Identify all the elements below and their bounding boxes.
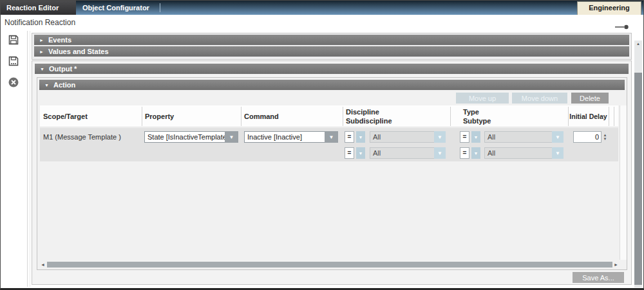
reaction-editor-window: Reaction Editor Object Configurator Engi… [0, 0, 644, 290]
move-up-button[interactable]: Move up [456, 93, 509, 104]
column-header-type: Type Subtype [463, 107, 491, 125]
chevron-down-icon[interactable]: ▼ [552, 131, 564, 143]
save-as-button[interactable] [8, 55, 19, 67]
column-divider [450, 107, 451, 126]
column-header-command: Command [244, 105, 279, 127]
chevron-down-icon[interactable]: ▼ [434, 131, 446, 143]
command-dropdown[interactable]: Inactive [Inactive] ▼ [244, 131, 338, 143]
panel-header-action[interactable]: ▼ Action [39, 80, 625, 90]
tab-engineering[interactable]: Engineering [577, 1, 641, 15]
type-dropdown[interactable]: All ▼ [484, 131, 564, 143]
save-icon [8, 38, 19, 48]
scroll-right-icon[interactable]: ► [614, 261, 619, 268]
chevron-down-icon[interactable]: ▼ [325, 131, 338, 143]
panel-values-states-label: Values and States [48, 48, 109, 55]
horizontal-scrollbar[interactable]: ◄ ► [41, 261, 619, 268]
property-dropdown-value: State [IsInactiveTemplate] [144, 131, 225, 143]
discipline-value: All [370, 131, 434, 143]
panel-header-values-states[interactable]: ► Values and States [34, 46, 629, 57]
type-value: All [484, 131, 552, 143]
scroll-left-icon[interactable]: ◄ [41, 261, 46, 268]
collapsed-arrow-icon: ► [39, 50, 48, 54]
expanded-arrow-icon: ▼ [40, 67, 49, 71]
column-divider [343, 107, 343, 126]
spinner-buttons: ▲ ▼ [601, 131, 609, 143]
chevron-down-icon[interactable]: ▼ [434, 147, 446, 159]
subtype-operator-value: = [460, 147, 469, 159]
top-tab-bar: Reaction Editor Object Configurator Engi… [1, 1, 643, 15]
chevron-down-icon[interactable]: ▼ [356, 131, 365, 143]
column-header-property: Property [145, 105, 174, 127]
panel-action-label: Action [53, 81, 75, 89]
column-divider [614, 107, 614, 126]
discipline-operator-value: = [345, 131, 354, 143]
action-section: ▼ Action Move up Move down Delete Scope/… [37, 77, 627, 270]
title-bar: Notification Reaction [1, 15, 643, 30]
save-as-dialog-button[interactable]: Save As... [573, 272, 624, 283]
horizontal-scrollbar-thumb[interactable] [47, 262, 612, 267]
discipline-dropdown[interactable]: All ▼ [370, 131, 446, 143]
column-divider [609, 107, 609, 126]
main-vertical-scrollbar[interactable]: ▲ [634, 41, 642, 287]
chevron-down-icon[interactable]: ▼ [225, 131, 238, 143]
tab-reaction-editor-label: Reaction Editor [6, 4, 59, 12]
column-divider [142, 107, 142, 126]
panel-header-events[interactable]: ► Events [34, 35, 629, 45]
expanded-arrow-icon: ▼ [44, 83, 53, 87]
subdiscipline-dropdown[interactable]: All ▼ [370, 147, 446, 159]
pane-splitter[interactable] [27, 31, 28, 287]
collapsed-arrow-icon: ► [39, 38, 48, 42]
table-row: M1 (Message Template ) State [IsInactive… [40, 128, 618, 161]
scope-target-cell: M1 (Message Template ) [43, 133, 121, 141]
page-title: Notification Reaction [5, 18, 75, 27]
panel-header-output[interactable]: ▼ Output * [35, 64, 629, 74]
scroll-up-icon[interactable]: ▲ [634, 41, 642, 47]
initial-delay-input[interactable] [573, 131, 601, 143]
subtype-header-label: Subtype [463, 117, 491, 125]
panel-output-label: Output * [49, 65, 77, 73]
pin-icon[interactable] [615, 21, 629, 26]
subdiscipline-header-label: Subdiscipline [346, 117, 392, 125]
tab-object-configurator-label: Object Configurator [82, 4, 149, 12]
chevron-down-icon[interactable]: ▼ [356, 147, 365, 159]
delete-button[interactable]: Delete [571, 93, 609, 104]
chevron-down-icon[interactable]: ▼ [552, 147, 564, 159]
column-divider [568, 107, 569, 126]
command-dropdown-value: Inactive [Inactive] [244, 131, 325, 143]
subtype-dropdown[interactable]: All ▼ [484, 147, 564, 159]
chevron-down-icon[interactable]: ▼ [471, 147, 480, 159]
pane-splitter-highlight [30, 31, 30, 287]
column-header-discipline: Discipline Subdiscipline [346, 107, 392, 125]
spinner-down-icon[interactable]: ▼ [603, 137, 607, 141]
discipline-header-label: Discipline [346, 108, 379, 116]
tab-divider [160, 3, 160, 12]
tab-object-configurator[interactable]: Object Configurator [77, 1, 149, 15]
subdiscipline-value: All [370, 147, 434, 159]
type-operator-value: = [460, 131, 469, 143]
subtype-operator-dropdown[interactable]: = ▼ [460, 147, 480, 159]
table-header-row: Scope/Target Property Command Discipline… [40, 105, 618, 127]
subdiscipline-operator-dropdown[interactable]: = ▼ [345, 147, 365, 159]
column-header-scope-target: Scope/Target [43, 105, 88, 127]
save-button[interactable] [8, 34, 19, 46]
table-vertical-scrollbar[interactable] [620, 105, 627, 260]
discipline-operator-dropdown[interactable]: = ▼ [345, 131, 365, 143]
output-panel-group: ▼ Output * ▼ Action Move up Move down De… [32, 60, 632, 285]
close-circle-icon [8, 80, 19, 90]
vertical-scrollbar-thumb[interactable] [634, 73, 642, 285]
discard-button[interactable] [8, 77, 19, 88]
upper-panel-group: ► Events ► Values and States [32, 33, 632, 60]
property-dropdown[interactable]: State [IsInactiveTemplate] ▼ [144, 131, 238, 143]
column-divider [241, 107, 242, 126]
save-as-icon [8, 59, 19, 69]
subdiscipline-operator-value: = [345, 147, 354, 159]
action-table: Scope/Target Property Command Discipline… [40, 105, 618, 260]
type-header-label: Type [463, 108, 479, 116]
chevron-down-icon[interactable]: ▼ [471, 131, 480, 143]
panel-events-label: Events [48, 36, 71, 44]
tab-reaction-editor[interactable]: Reaction Editor [1, 1, 76, 15]
move-down-button[interactable]: Move down [512, 93, 567, 104]
type-operator-dropdown[interactable]: = ▼ [460, 131, 480, 143]
initial-delay-spinner: ▲ ▼ [573, 131, 609, 143]
subtype-value: All [484, 147, 552, 159]
